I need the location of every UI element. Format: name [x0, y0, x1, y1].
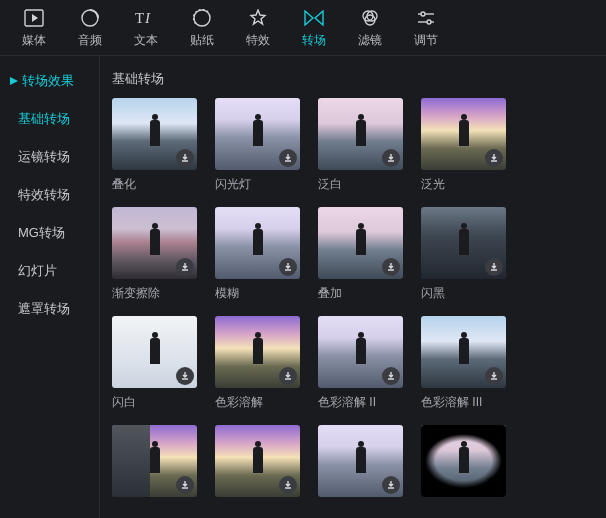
- figure-silhouette: [150, 120, 160, 146]
- download-button[interactable]: [279, 149, 297, 167]
- download-button[interactable]: [176, 149, 194, 167]
- transition-item[interactable]: 泛白: [318, 98, 403, 193]
- figure-silhouette: [356, 338, 366, 364]
- tool-label: 特效: [246, 32, 270, 49]
- svg-text:I: I: [144, 10, 151, 26]
- transition-label: 闪黑: [421, 285, 506, 302]
- transition-item[interactable]: [421, 425, 506, 503]
- sidebar-item-4[interactable]: 幻灯片: [0, 252, 99, 290]
- tool-adjust[interactable]: 调节: [402, 6, 450, 51]
- download-button[interactable]: [485, 149, 503, 167]
- download-button[interactable]: [279, 476, 297, 494]
- transition-grid: 叠化闪光灯泛白泛光渐变擦除模糊叠加闪黑闪白色彩溶解色彩溶解 II色彩溶解 III: [108, 98, 598, 503]
- figure-silhouette: [150, 447, 160, 473]
- text-icon: TI: [135, 8, 157, 28]
- transition-label: 泛白: [318, 176, 403, 193]
- transition-label: 渐变擦除: [112, 285, 197, 302]
- transition-item[interactable]: 闪白: [112, 316, 197, 411]
- figure-silhouette: [253, 447, 263, 473]
- content-panel: 基础转场 叠化闪光灯泛白泛光渐变擦除模糊叠加闪黑闪白色彩溶解色彩溶解 II色彩溶…: [100, 56, 606, 518]
- main-area: 转场效果 基础转场运镜转场特效转场MG转场幻灯片遮罩转场 基础转场 叠化闪光灯泛…: [0, 56, 606, 518]
- transition-thumbnail: [112, 425, 197, 497]
- tool-text[interactable]: TI文本: [122, 6, 170, 51]
- tool-transition[interactable]: 转场: [290, 6, 338, 51]
- tool-effect[interactable]: 特效: [234, 6, 282, 51]
- sidebar: 转场效果 基础转场运镜转场特效转场MG转场幻灯片遮罩转场: [0, 56, 100, 518]
- sidebar-item-5[interactable]: 遮罩转场: [0, 290, 99, 328]
- download-button[interactable]: [485, 476, 503, 494]
- sticker-icon: [193, 8, 211, 28]
- figure-silhouette: [253, 338, 263, 364]
- transition-item[interactable]: 模糊: [215, 207, 300, 302]
- sidebar-item-1[interactable]: 运镜转场: [0, 138, 99, 176]
- expand-icon: [10, 77, 18, 85]
- transition-thumbnail: [318, 316, 403, 388]
- transition-item[interactable]: [318, 425, 403, 503]
- transition-thumbnail: [215, 425, 300, 497]
- media-icon: [24, 8, 44, 28]
- transition-item[interactable]: 叠化: [112, 98, 197, 193]
- download-button[interactable]: [485, 367, 503, 385]
- transition-item[interactable]: 渐变擦除: [112, 207, 197, 302]
- svg-point-13: [421, 12, 425, 16]
- transition-thumbnail: [215, 207, 300, 279]
- transition-thumbnail: [215, 316, 300, 388]
- tool-label: 滤镜: [358, 32, 382, 49]
- transition-item[interactable]: 闪光灯: [215, 98, 300, 193]
- download-button[interactable]: [176, 367, 194, 385]
- svg-point-14: [427, 20, 431, 24]
- transition-item[interactable]: 闪黑: [421, 207, 506, 302]
- transition-item[interactable]: 色彩溶解 III: [421, 316, 506, 411]
- sidebar-item-0[interactable]: 基础转场: [0, 100, 99, 138]
- figure-silhouette: [356, 447, 366, 473]
- transition-item[interactable]: [112, 425, 197, 503]
- download-button[interactable]: [176, 258, 194, 276]
- transition-label: 色彩溶解 III: [421, 394, 506, 411]
- filter-icon: [361, 8, 379, 28]
- transition-thumbnail: [421, 316, 506, 388]
- figure-silhouette: [459, 120, 469, 146]
- effect-icon: [249, 8, 267, 28]
- download-button[interactable]: [279, 258, 297, 276]
- sidebar-item-3[interactable]: MG转场: [0, 214, 99, 252]
- tool-sticker[interactable]: 贴纸: [178, 6, 226, 51]
- transition-item[interactable]: 色彩溶解: [215, 316, 300, 411]
- sidebar-list: 基础转场运镜转场特效转场MG转场幻灯片遮罩转场: [0, 96, 99, 332]
- download-button[interactable]: [382, 149, 400, 167]
- section-title: 基础转场: [108, 66, 598, 98]
- transition-item[interactable]: 泛光: [421, 98, 506, 193]
- download-button[interactable]: [485, 258, 503, 276]
- transition-item[interactable]: 色彩溶解 II: [318, 316, 403, 411]
- download-button[interactable]: [382, 258, 400, 276]
- download-button[interactable]: [279, 367, 297, 385]
- tool-media[interactable]: 媒体: [10, 6, 58, 51]
- transition-thumbnail: [421, 98, 506, 170]
- transition-thumbnail: [215, 98, 300, 170]
- transition-icon: [304, 8, 324, 28]
- download-button[interactable]: [176, 476, 194, 494]
- sidebar-header-label: 转场效果: [22, 72, 74, 90]
- adjust-icon: [417, 8, 435, 28]
- sidebar-item-2[interactable]: 特效转场: [0, 176, 99, 214]
- transition-thumbnail: [318, 98, 403, 170]
- tool-label: 调节: [414, 32, 438, 49]
- download-button[interactable]: [382, 367, 400, 385]
- svg-marker-1: [32, 14, 38, 22]
- transition-label: 闪白: [112, 394, 197, 411]
- transition-label: 泛光: [421, 176, 506, 193]
- tool-label: 媒体: [22, 32, 46, 49]
- tool-label: 转场: [302, 32, 326, 49]
- tool-audio[interactable]: 音频: [66, 6, 114, 51]
- figure-silhouette: [459, 338, 469, 364]
- transition-label: 叠化: [112, 176, 197, 193]
- transition-thumbnail: [112, 316, 197, 388]
- transition-item[interactable]: [215, 425, 300, 503]
- sidebar-header[interactable]: 转场效果: [0, 66, 99, 96]
- tool-label: 贴纸: [190, 32, 214, 49]
- top-toolbar: 媒体音频TI文本贴纸特效转场滤镜调节: [0, 0, 606, 56]
- transition-label: 色彩溶解 II: [318, 394, 403, 411]
- download-button[interactable]: [382, 476, 400, 494]
- transition-item[interactable]: 叠加: [318, 207, 403, 302]
- tool-filter[interactable]: 滤镜: [346, 6, 394, 51]
- svg-marker-7: [315, 11, 323, 25]
